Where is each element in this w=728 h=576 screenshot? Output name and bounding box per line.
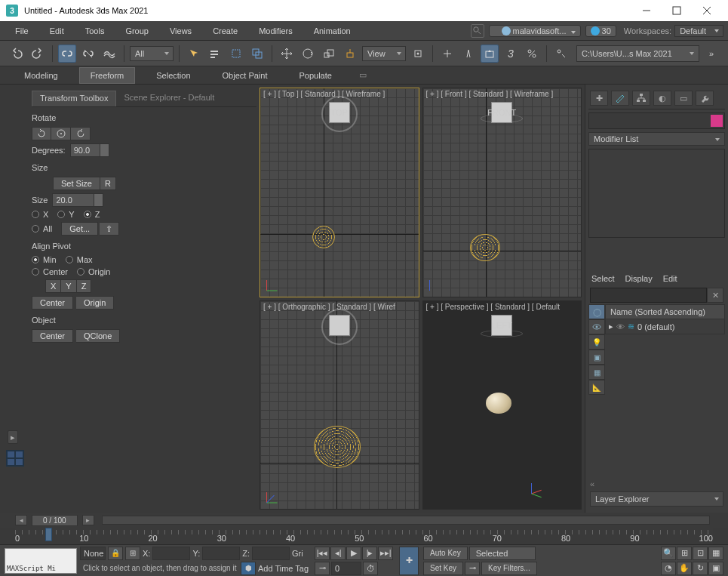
refcoord-dropdown[interactable]: View [362, 46, 406, 61]
ribbon-tab-modeling[interactable]: Modeling [14, 68, 69, 83]
move-button[interactable] [278, 45, 296, 63]
time-config-button[interactable]: ⏱ [363, 562, 378, 575]
pivot-x-button[interactable]: X [45, 279, 61, 293]
key-filters-button[interactable]: Key Filters... [481, 562, 537, 575]
trial-days-indicator[interactable]: 30 [585, 25, 616, 37]
pivot-center-button[interactable]: Center [32, 296, 73, 310]
viewcube[interactable]: LEFT [491, 315, 512, 336]
close-button[interactable] [692, 0, 722, 21]
size-spinner[interactable]: 20.0 [52, 193, 103, 207]
menu-file[interactable]: File [5, 23, 39, 39]
pivot-origin-button[interactable]: Origin [76, 296, 114, 310]
zoom-all-icon[interactable]: ⊞ [677, 547, 692, 560]
coord-x-field[interactable] [152, 547, 190, 560]
window-crossing-button[interactable] [248, 45, 266, 63]
maximize-viewport-icon[interactable]: ▣ [708, 562, 723, 575]
percent-snap-button[interactable] [523, 45, 541, 63]
zoom-extents-icon[interactable]: ⊡ [693, 547, 708, 560]
viewport-layout-button[interactable] [6, 450, 24, 467]
object-color-swatch[interactable] [711, 115, 723, 127]
display-geometry-icon[interactable] [588, 319, 605, 334]
menu-group[interactable]: Group [115, 23, 159, 39]
rotate-ccw-button[interactable] [32, 127, 51, 140]
radio-y[interactable] [57, 211, 65, 218]
minimize-button[interactable] [631, 0, 662, 21]
selection-filter-dropdown[interactable]: All [130, 46, 174, 61]
clear-search-button[interactable]: ✕ [707, 288, 723, 303]
undo-button[interactable] [8, 45, 26, 63]
spinner-snap-button[interactable] [552, 45, 570, 63]
left-tab-transform-toolbox[interactable]: Transform Toolbox [32, 91, 116, 106]
viewport-top-label[interactable]: [ + ] [ Top ] [ Standard ] [ Wireframe ] [263, 90, 385, 98]
workspace-select[interactable]: Default [674, 25, 723, 37]
ribbon-tab-freeform[interactable]: Freeform [79, 67, 136, 84]
viewcube[interactable]: FRONT [491, 102, 512, 123]
radio-center[interactable] [32, 268, 39, 276]
goto-start-button[interactable]: |◂◂ [315, 547, 330, 560]
rectangle-select-button[interactable] [227, 45, 245, 63]
time-slider-track[interactable] [102, 516, 710, 525]
coord-y-field[interactable] [202, 547, 240, 560]
coord-z-field[interactable] [252, 547, 290, 560]
project-path-field[interactable]: C:\Users\U...s Max 2021 [576, 45, 699, 62]
time-ruler[interactable]: 0 10 20 30 40 50 60 70 80 90 100 [15, 528, 713, 544]
menu-animation[interactable]: Animation [303, 23, 361, 39]
radio-z[interactable] [84, 211, 91, 218]
modifier-stack[interactable] [588, 149, 725, 238]
autokey-button[interactable]: Auto Key [423, 547, 468, 560]
viewport-front-label[interactable]: [ + ] [ Front ] [ Standard ] [ Wireframe… [426, 90, 554, 98]
field-of-view-icon[interactable]: ◔ [661, 562, 676, 575]
degrees-spinner[interactable]: 90.0 [70, 143, 109, 157]
time-slider-label[interactable]: 0 / 100 [32, 515, 78, 526]
radio-x[interactable] [32, 211, 39, 218]
lightbulb-icon[interactable]: 💡 [588, 334, 605, 350]
path-more-button[interactable]: » [702, 45, 720, 63]
modify-panel-button[interactable] [611, 91, 629, 106]
menu-modifiers[interactable]: Modifiers [248, 23, 303, 39]
display-all-icon[interactable]: ◯ [588, 304, 605, 319]
radio-all[interactable] [32, 225, 39, 233]
ribbon-tab-populate[interactable]: Populate [288, 68, 342, 83]
sphere-object[interactable] [312, 226, 335, 248]
ruler-icon[interactable]: 📐 [588, 380, 605, 395]
goto-end-button[interactable]: ▸▸| [378, 547, 393, 560]
next-frame-button[interactable]: |▸ [362, 547, 377, 560]
unlink-button[interactable] [79, 45, 97, 63]
expand-arrow-icon[interactable]: ▸ [609, 322, 613, 331]
key-icon[interactable]: ⊸ [465, 562, 480, 575]
isolate-icon[interactable]: ⊞ [125, 547, 140, 560]
time-tag-icon[interactable]: ⬢ [241, 562, 256, 575]
redo-button[interactable] [29, 45, 47, 63]
keyboard-shortcut-button[interactable] [459, 45, 478, 63]
current-frame-field[interactable]: 0 [331, 562, 361, 575]
scene-tab-display[interactable]: Display [625, 274, 653, 283]
menu-tools[interactable]: Tools [75, 23, 115, 39]
scene-tab-select[interactable]: Select [591, 274, 615, 283]
menu-create[interactable]: Create [202, 23, 248, 39]
object-center-button[interactable]: Center [32, 329, 73, 343]
helper-icon[interactable]: ▦ [588, 365, 605, 380]
visibility-icon[interactable]: 👁 [616, 322, 625, 331]
account-dropdown[interactable]: malavidasoft... [489, 25, 581, 37]
scale-button[interactable] [320, 45, 338, 63]
viewport-persp-label[interactable]: [ + ] [ Perspective ] [ Standard ] [ Def… [426, 303, 561, 311]
hierarchy-panel-button[interactable] [632, 91, 650, 106]
add-time-tag-label[interactable]: Add Time Tag [258, 564, 309, 573]
time-next-button[interactable]: ▸ [82, 515, 94, 525]
script-listener[interactable]: MAXScript Mi [5, 548, 77, 574]
menu-edit[interactable]: Edit [39, 23, 75, 39]
arrow-up-button[interactable]: ⇧ [100, 222, 119, 236]
rotate-cw-button[interactable] [71, 127, 91, 140]
camera-icon[interactable]: ▣ [588, 350, 605, 365]
menu-views[interactable]: Views [159, 23, 202, 39]
zoom-extents-all-icon[interactable]: ▦ [708, 547, 723, 560]
qclone-button[interactable]: QClone [76, 329, 120, 343]
sphere-object[interactable] [470, 234, 500, 261]
key-target-dropdown[interactable]: Selected [469, 547, 536, 560]
time-cursor[interactable] [45, 528, 52, 541]
radio-max[interactable] [66, 256, 73, 263]
viewport-orthographic[interactable]: [ + ] [ Orthographic ] [ Standard ] [ Wi… [260, 300, 419, 510]
rotate-free-button[interactable] [51, 127, 71, 140]
prev-frame-button[interactable]: ◂| [330, 547, 346, 560]
viewport-perspective[interactable]: [ + ] [ Perspective ] [ Standard ] [ Def… [422, 300, 582, 510]
